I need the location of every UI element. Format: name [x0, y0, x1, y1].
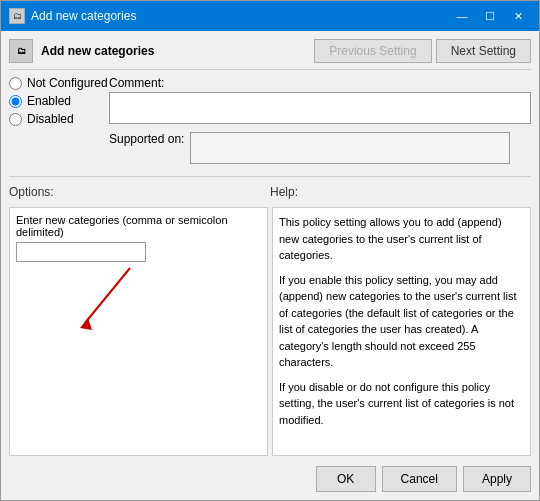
- comment-area: Comment:: [109, 76, 531, 124]
- help-col-label: Help:: [270, 185, 531, 199]
- header-title: 🗂 Add new categories: [9, 39, 154, 63]
- help-section: This policy setting allows you to add (a…: [272, 207, 531, 456]
- settings-row: Not Configured Enabled Disabled Comment:: [9, 76, 531, 164]
- comment-supported-col: Comment: Supported on:: [109, 76, 531, 164]
- divider: [9, 176, 531, 177]
- options-help-row: Enter new categories (comma or semicolon…: [9, 207, 531, 456]
- header-section: 🗂 Add new categories Previous Setting Ne…: [9, 39, 531, 70]
- categories-input[interactable]: [16, 242, 146, 262]
- next-setting-button[interactable]: Next Setting: [436, 39, 531, 63]
- disabled-label: Disabled: [27, 112, 74, 126]
- options-help-labels: Options: Help:: [9, 185, 531, 199]
- window-icon: 🗂: [9, 8, 25, 24]
- header-title-text: Add new categories: [41, 44, 154, 58]
- bottom-buttons: OK Cancel Apply: [9, 462, 531, 492]
- supported-box: [190, 132, 510, 164]
- title-bar-left: 🗂 Add new categories: [9, 8, 136, 24]
- prev-setting-button[interactable]: Previous Setting: [314, 39, 431, 63]
- ok-button[interactable]: OK: [316, 466, 376, 492]
- close-button[interactable]: ✕: [505, 7, 531, 25]
- enabled-radio[interactable]: [9, 95, 22, 108]
- help-text: This policy setting allows you to add (a…: [279, 214, 524, 436]
- supported-label: Supported on:: [109, 132, 184, 146]
- minimize-button[interactable]: —: [449, 7, 475, 25]
- svg-line-0: [85, 268, 130, 323]
- apply-button[interactable]: Apply: [463, 466, 531, 492]
- disabled-option[interactable]: Disabled: [9, 112, 109, 126]
- help-para-3: If you disable or do not configure this …: [279, 379, 524, 429]
- header-icon: 🗂: [9, 39, 33, 63]
- enabled-label: Enabled: [27, 94, 71, 108]
- window-title: Add new categories: [31, 9, 136, 23]
- not-configured-label: Not Configured: [27, 76, 108, 90]
- maximize-button[interactable]: ☐: [477, 7, 503, 25]
- not-configured-radio[interactable]: [9, 77, 22, 90]
- title-controls: — ☐ ✕: [449, 7, 531, 25]
- comment-textarea[interactable]: [109, 92, 531, 124]
- options-input-label: Enter new categories (comma or semicolon…: [16, 214, 261, 238]
- window-body: 🗂 Add new categories Previous Setting Ne…: [1, 31, 539, 500]
- options-section: Enter new categories (comma or semicolon…: [9, 207, 268, 456]
- help-para-1: This policy setting allows you to add (a…: [279, 214, 524, 264]
- options-col-label: Options:: [9, 185, 270, 199]
- comment-label: Comment:: [109, 76, 531, 90]
- svg-marker-1: [80, 318, 92, 330]
- main-window: 🗂 Add new categories — ☐ ✕ 🗂 Add new cat…: [0, 0, 540, 501]
- supported-row: Supported on:: [109, 132, 531, 164]
- not-configured-option[interactable]: Not Configured: [9, 76, 109, 90]
- help-para-2: If you enable this policy setting, you m…: [279, 272, 524, 371]
- enabled-option[interactable]: Enabled: [9, 94, 109, 108]
- disabled-radio[interactable]: [9, 113, 22, 126]
- cancel-button[interactable]: Cancel: [382, 466, 457, 492]
- arrow-indicator: [70, 263, 150, 356]
- title-bar: 🗂 Add new categories — ☐ ✕: [1, 1, 539, 31]
- nav-buttons: Previous Setting Next Setting: [314, 39, 531, 63]
- radio-group: Not Configured Enabled Disabled: [9, 76, 109, 126]
